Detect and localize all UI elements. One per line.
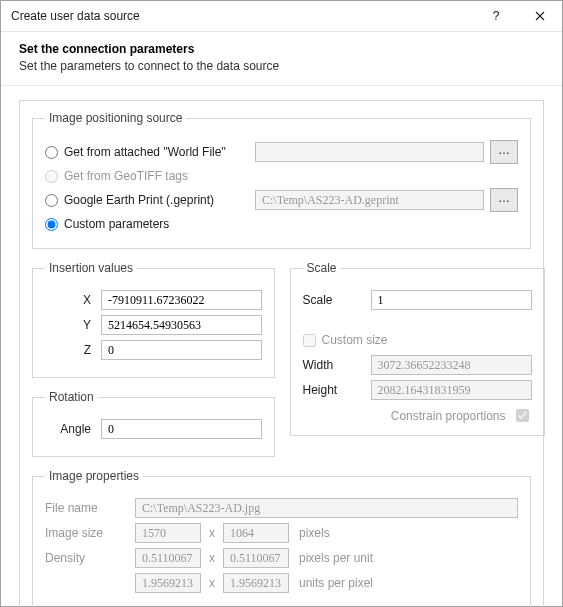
angle-field[interactable] <box>101 419 262 439</box>
file-name-field <box>135 498 518 518</box>
width-label: Width <box>303 358 371 372</box>
radio-custom[interactable]: Custom parameters <box>45 217 255 231</box>
wizard-header: Set the connection parameters Set the pa… <box>1 32 562 86</box>
positioning-legend: Image positioning source <box>45 111 186 125</box>
density-label: Density <box>45 551 135 565</box>
insertion-legend: Insertion values <box>45 261 137 275</box>
help-button[interactable]: ? <box>474 1 518 31</box>
z-label: Z <box>45 343 101 357</box>
world-file-path[interactable] <box>255 142 484 162</box>
window-title: Create user data source <box>11 9 474 23</box>
scale-label: Scale <box>303 293 371 307</box>
width-field <box>371 355 532 375</box>
density-x <box>135 548 201 568</box>
x-label: X <box>45 293 101 307</box>
radio-geprint[interactable]: Google Earth Print (.geprint) <box>45 193 255 207</box>
radio-world-file[interactable]: Get from attached "World File" <box>45 145 255 159</box>
scale-group: Scale Scale Custom size Width Height Co <box>290 261 545 436</box>
custom-size-check: Custom size <box>303 333 532 347</box>
unitspp-x <box>135 573 201 593</box>
y-field[interactable] <box>101 315 262 335</box>
unitspp-y <box>223 573 289 593</box>
browse-world-file[interactable] <box>490 140 518 164</box>
image-size-label: Image size <box>45 526 135 540</box>
height-field <box>371 380 532 400</box>
angle-label: Angle <box>45 422 101 436</box>
x-field[interactable] <box>101 290 262 310</box>
height-label: Height <box>303 383 371 397</box>
titlebar: Create user data source ? <box>1 1 562 32</box>
browse-geprint[interactable] <box>490 188 518 212</box>
create-data-source-dialog: Create user data source ? Set the connec… <box>0 0 563 607</box>
rotation-legend: Rotation <box>45 390 98 404</box>
header-title: Set the connection parameters <box>19 42 544 56</box>
image-h <box>223 523 289 543</box>
scale-legend: Scale <box>303 261 341 275</box>
insertion-group: Insertion values X Y Z <box>32 261 275 378</box>
constrain-proportions: Constrain proportions <box>303 406 532 425</box>
header-subtitle: Set the parameters to connect to the dat… <box>19 59 544 73</box>
file-name-label: File name <box>45 501 135 515</box>
image-properties-group: Image properties File name Image size x … <box>32 469 531 607</box>
density-y <box>223 548 289 568</box>
rotation-group: Rotation Angle <box>32 390 275 457</box>
close-icon <box>535 11 545 21</box>
close-button[interactable] <box>518 1 562 31</box>
geprint-path[interactable] <box>255 190 484 210</box>
z-field[interactable] <box>101 340 262 360</box>
props-legend: Image properties <box>45 469 143 483</box>
image-w <box>135 523 201 543</box>
y-label: Y <box>45 318 101 332</box>
radio-geotiff: Get from GeoTIFF tags <box>45 169 255 183</box>
scale-field[interactable] <box>371 290 532 310</box>
positioning-group: Image positioning source Get from attach… <box>32 111 531 249</box>
